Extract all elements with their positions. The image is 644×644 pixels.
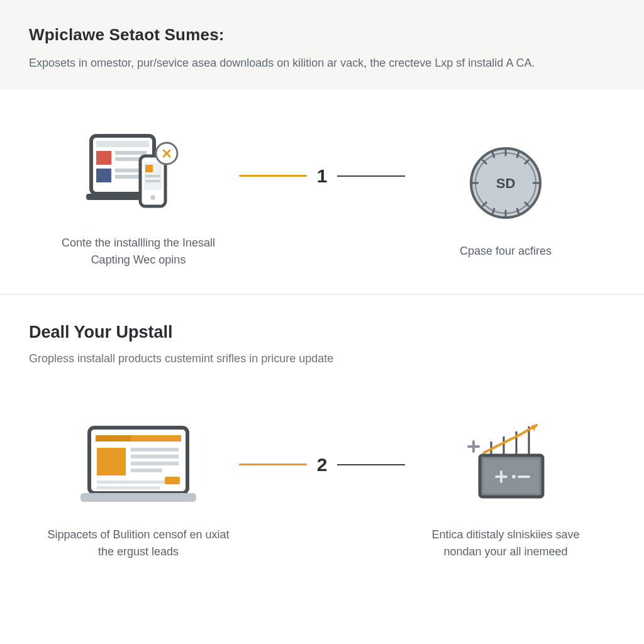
step-1-connector: 1 — [239, 165, 405, 187]
step-2-row: Sippacets of Bulition censof en uxiat th… — [0, 369, 644, 573]
svg-point-53 — [512, 475, 516, 479]
svg-rect-1 — [96, 141, 149, 147]
svg-rect-12 — [145, 175, 160, 177]
step-1-right-caption: Cpase four acfires — [460, 243, 552, 260]
laptop-icon — [75, 413, 201, 520]
svg-rect-37 — [131, 469, 162, 472]
intro-panel: Wpiclawe Setaot Sumes: Exposets in omest… — [0, 0, 644, 90]
svg-rect-41 — [80, 493, 196, 502]
devices-icon — [85, 121, 192, 228]
step-2-left: Sippacets of Bulition censof en uxiat th… — [44, 413, 233, 560]
svg-rect-40 — [165, 477, 180, 484]
dial-icon: SD — [465, 130, 547, 236]
step-1-left-caption: Conte the installling the Inesall Captin… — [44, 235, 233, 269]
connector-line-dark — [337, 464, 405, 465]
step-number-1: 1 — [313, 165, 331, 187]
step-1-row: Conte the installling the Inesall Captin… — [0, 90, 644, 294]
connector-line-accent — [239, 464, 307, 465]
dial-label: SD — [496, 175, 516, 191]
step-2-right-caption: Entica ditistaly slniskiies save nondan … — [411, 526, 600, 560]
connector-line-accent — [239, 175, 307, 177]
connector-line-dark — [337, 175, 405, 177]
svg-rect-35 — [131, 455, 179, 458]
section-2-heading: Deall Your Upstall — [29, 323, 615, 342]
intro-subtext: Exposets in omestor, pur/sevice asea dow… — [29, 55, 615, 72]
intro-heading: Wpiclawe Setaot Sumes: — [29, 25, 615, 45]
svg-rect-13 — [145, 180, 160, 182]
svg-rect-11 — [145, 165, 153, 172]
svg-rect-32 — [96, 435, 131, 441]
svg-rect-2 — [96, 151, 111, 165]
svg-point-14 — [150, 195, 155, 200]
chart-box-icon — [458, 413, 553, 520]
section-2-header: Deall Your Upstall Gropless instalall pr… — [0, 295, 644, 369]
step-number-2: 2 — [313, 454, 331, 475]
step-1-right: SD Cpase four acfires — [411, 130, 600, 260]
section-2-subtext: Gropless instalall products custemint sr… — [29, 352, 615, 365]
svg-rect-50 — [484, 459, 539, 493]
svg-rect-33 — [97, 448, 126, 475]
step-2-connector: 2 — [239, 454, 405, 475]
svg-rect-39 — [97, 486, 160, 489]
step-2-right: Entica ditistaly slniskiies save nondan … — [411, 413, 600, 560]
step-1-left: Conte the installling the Inesall Captin… — [44, 121, 233, 269]
svg-rect-34 — [131, 448, 179, 452]
svg-rect-36 — [131, 462, 179, 465]
step-2-left-caption: Sippacets of Bulition censof en uxiat th… — [44, 526, 233, 560]
svg-rect-3 — [115, 151, 147, 155]
svg-rect-5 — [96, 169, 111, 182]
